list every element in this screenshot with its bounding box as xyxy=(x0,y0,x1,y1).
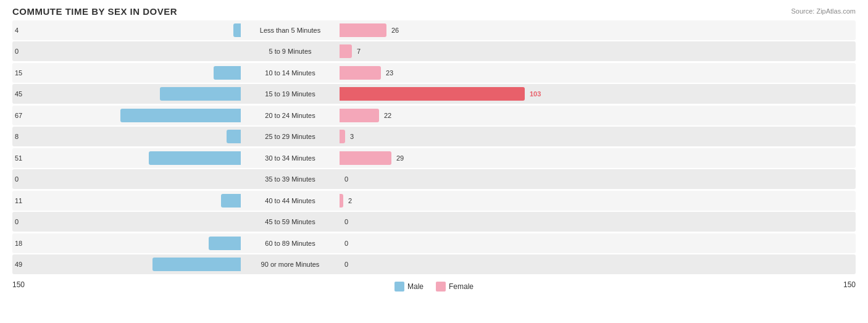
female-bar xyxy=(340,109,379,122)
row-label: 45 to 59 Minutes xyxy=(241,218,340,225)
legend-male-label: Male xyxy=(407,282,424,291)
male-section: 0 xyxy=(12,212,241,232)
male-section: 45 xyxy=(12,84,241,104)
female-section: 0 xyxy=(340,233,856,253)
male-value: 51 xyxy=(12,154,22,162)
row-label: 30 to 34 Minutes xyxy=(241,154,340,162)
legend-male: Male xyxy=(394,282,424,292)
male-section: 51 xyxy=(12,148,241,168)
bar-row: 1140 to 44 Minutes2 xyxy=(12,191,856,211)
male-bar xyxy=(233,23,241,37)
female-bar xyxy=(340,194,343,208)
legend-female-box xyxy=(436,282,446,292)
male-section: 11 xyxy=(12,191,241,211)
female-section: 23 xyxy=(340,63,856,83)
female-section: 0 xyxy=(340,254,856,274)
bar-row: 825 to 29 Minutes3 xyxy=(12,127,856,146)
female-value: 0 xyxy=(342,240,348,247)
female-value: 22 xyxy=(382,112,391,119)
bar-row: 1860 to 89 Minutes0 xyxy=(12,233,856,253)
legend-male-box xyxy=(394,282,404,292)
source-text: Source: ZipAtlas.com xyxy=(791,7,856,15)
male-section: 67 xyxy=(12,106,241,125)
male-bar xyxy=(160,87,241,101)
chart-area: 4Less than 5 Minutes2605 to 9 Minutes715… xyxy=(12,20,856,275)
female-bar xyxy=(340,44,352,58)
male-value: 0 xyxy=(12,218,19,225)
legend-female-label: Female xyxy=(449,282,474,291)
row-label: 35 to 39 Minutes xyxy=(241,175,340,183)
male-value: 0 xyxy=(12,48,19,55)
legend: Male Female xyxy=(394,282,474,292)
female-section: 22 xyxy=(340,106,856,125)
male-bar xyxy=(120,109,241,122)
male-value: 49 xyxy=(12,261,22,268)
bar-row: 4990 or more Minutes0 xyxy=(12,254,856,274)
female-bar xyxy=(340,23,386,37)
row-label: Less than 5 Minutes xyxy=(241,27,340,34)
row-label: 25 to 29 Minutes xyxy=(241,133,340,140)
female-section: 2 xyxy=(340,191,856,211)
female-value: 23 xyxy=(383,69,393,77)
row-label: 10 to 14 Minutes xyxy=(241,69,340,77)
female-value: 2 xyxy=(346,197,352,204)
bar-row: 4515 to 19 Minutes103 xyxy=(12,84,856,104)
male-section: 0 xyxy=(12,41,241,61)
row-label: 20 to 24 Minutes xyxy=(241,112,340,119)
female-value: 26 xyxy=(389,27,399,34)
bar-row: 035 to 39 Minutes0 xyxy=(12,169,856,189)
female-bar xyxy=(340,130,345,143)
male-value: 8 xyxy=(12,133,19,140)
female-bar xyxy=(340,66,381,80)
bar-row: 6720 to 24 Minutes22 xyxy=(12,106,856,125)
row-label: 40 to 44 Minutes xyxy=(241,197,340,204)
female-bar xyxy=(340,151,391,165)
female-section: 0 xyxy=(340,212,856,232)
female-section: 26 xyxy=(340,20,856,40)
bar-row: 045 to 59 Minutes0 xyxy=(12,212,856,232)
row-label: 5 to 9 Minutes xyxy=(241,48,340,55)
male-value: 18 xyxy=(12,240,22,247)
female-section: 103 xyxy=(340,84,856,104)
bar-row: 4Less than 5 Minutes26 xyxy=(12,20,856,40)
axis-label-left: 150 xyxy=(12,280,25,289)
male-bar xyxy=(214,66,241,80)
male-section: 4 xyxy=(12,20,241,40)
male-value: 0 xyxy=(12,175,19,183)
bar-row: 05 to 9 Minutes7 xyxy=(12,41,856,61)
legend-female: Female xyxy=(436,282,474,292)
female-value: 0 xyxy=(342,218,348,225)
male-bar xyxy=(152,258,241,271)
male-value: 15 xyxy=(12,69,22,77)
male-value: 11 xyxy=(12,197,22,204)
female-value: 3 xyxy=(348,133,354,140)
male-section: 49 xyxy=(12,254,241,274)
male-section: 0 xyxy=(12,169,241,189)
female-section: 3 xyxy=(340,127,856,146)
male-section: 15 xyxy=(12,63,241,83)
bar-row: 1510 to 14 Minutes23 xyxy=(12,63,856,83)
male-bar xyxy=(227,130,241,143)
male-value: 4 xyxy=(12,27,19,34)
row-label: 90 or more Minutes xyxy=(241,261,340,268)
male-bar xyxy=(209,237,241,250)
male-section: 8 xyxy=(12,127,241,146)
chart-container: COMMUTE TIME BY SEX IN DOVER Source: Zip… xyxy=(0,0,868,323)
female-value: 103 xyxy=(527,90,541,98)
male-value: 67 xyxy=(12,112,22,119)
female-value: 0 xyxy=(342,261,348,268)
female-value: 0 xyxy=(342,175,348,183)
male-section: 18 xyxy=(12,233,241,253)
female-value: 29 xyxy=(394,154,404,162)
female-section: 7 xyxy=(340,41,856,61)
male-value: 45 xyxy=(12,90,22,98)
male-bar xyxy=(221,194,241,208)
row-label: 15 to 19 Minutes xyxy=(241,90,340,98)
female-section: 29 xyxy=(340,148,856,168)
female-value: 7 xyxy=(354,48,361,55)
female-bar xyxy=(340,87,525,101)
row-label: 60 to 89 Minutes xyxy=(241,240,340,247)
bar-row: 5130 to 34 Minutes29 xyxy=(12,148,856,168)
axis-label-right: 150 xyxy=(843,280,856,289)
female-section: 0 xyxy=(340,169,856,189)
